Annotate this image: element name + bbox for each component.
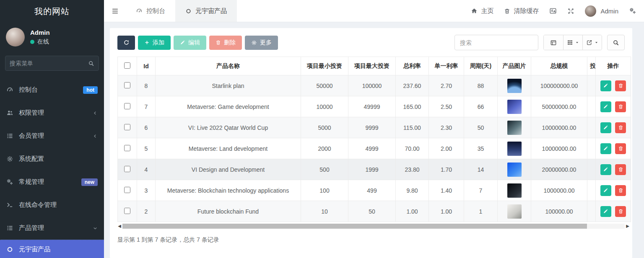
circle-icon [6, 246, 13, 253]
fullscreen-button[interactable] [567, 8, 574, 15]
header-min-invest[interactable]: 项目最小投资 [301, 57, 348, 75]
row-edit-button[interactable] [600, 185, 611, 196]
sidebar-toggle-button[interactable] [104, 0, 126, 22]
trash-icon [216, 40, 221, 45]
header-product-image[interactable]: 产品图片 [498, 57, 531, 75]
row-delete-button[interactable] [615, 164, 626, 175]
table-row: 5 Metaverse: Land development 2000 4999 … [118, 138, 631, 159]
cell-min-invest: 100 [301, 180, 348, 201]
export-button[interactable] [582, 35, 602, 50]
row-checkbox[interactable] [124, 187, 130, 193]
header-period[interactable]: 周期(天) [464, 57, 498, 75]
cell-period: 7 [464, 180, 498, 201]
settings-button[interactable] [629, 7, 636, 15]
home-link[interactable]: 主页 [471, 7, 493, 15]
row-checkbox[interactable] [124, 82, 130, 88]
product-image[interactable] [507, 204, 522, 219]
scroll-left-arrow[interactable]: ◀ [117, 223, 122, 229]
edit-button[interactable]: 编辑 [174, 36, 206, 50]
header-total-rate[interactable]: 总利率 [396, 57, 429, 75]
cell-total-rate: 1.00 [396, 201, 429, 222]
scrollbar-thumb[interactable] [122, 224, 587, 229]
list-icon [6, 224, 13, 232]
row-delete-button[interactable] [615, 143, 626, 154]
detail-view-button[interactable] [544, 35, 563, 50]
cell-max-invest: 9999 [348, 117, 396, 138]
chevron-down-icon [93, 226, 98, 231]
scrollbar-track[interactable] [122, 224, 625, 229]
table-row: 7 Metaverse: Game development 10000 4999… [118, 96, 631, 117]
sidebar-menu-item[interactable]: 常规管理 new [0, 170, 104, 194]
more-button[interactable]: 更多 [245, 36, 278, 50]
tab-dashboard[interactable]: 控制台 [126, 0, 175, 22]
table-search-input[interactable] [454, 35, 538, 50]
product-image[interactable] [507, 121, 522, 135]
row-checkbox[interactable] [124, 166, 130, 172]
row-checkbox[interactable] [124, 145, 130, 151]
export-icon [586, 39, 592, 46]
sidebar-menu-item[interactable]: 在线命令管理 [0, 194, 104, 217]
row-edit-button[interactable] [600, 80, 611, 91]
row-edit-button[interactable] [600, 122, 611, 133]
header-clipped-column[interactable]: 投 [587, 57, 596, 75]
row-checkbox[interactable] [124, 124, 130, 130]
row-delete-button[interactable] [615, 122, 626, 133]
row-checkbox[interactable] [124, 103, 130, 109]
row-edit-button[interactable] [600, 101, 611, 112]
trash-icon [618, 167, 623, 172]
cell-period: 88 [464, 75, 498, 96]
cell-max-invest: 4999 [348, 138, 396, 159]
header-product-name[interactable]: 产品名称 [156, 57, 301, 75]
chevron-left-icon [93, 134, 98, 139]
row-edit-button[interactable] [600, 143, 611, 154]
header-max-invest[interactable]: 项目最大投资 [348, 57, 396, 75]
language-icon [549, 7, 557, 15]
product-image[interactable] [507, 163, 522, 177]
sidebar-menu-item[interactable]: 控制台 hot [0, 78, 104, 101]
sidebar-menu-item[interactable]: 会员管理 [0, 124, 104, 147]
row-edit-button[interactable] [600, 164, 611, 175]
row-delete-button[interactable] [615, 101, 626, 112]
cell-min-invest: 50000 [301, 75, 348, 96]
sidebar-menu-item[interactable]: 系统配置 [0, 147, 104, 170]
sidebar-menu-item[interactable]: 权限管理 [0, 101, 104, 124]
row-delete-button[interactable] [615, 206, 626, 217]
cell-id: 3 [137, 180, 156, 201]
cell-total-rate: 165.00 [396, 96, 429, 117]
columns-button[interactable] [563, 35, 582, 50]
cell-id: 6 [137, 117, 156, 138]
user-panel: Admin 在线 [0, 23, 104, 51]
sidebar-menu: 控制台 hot 权限管理 会员管理 系统配置 常规管理 new 在线命令管理 产… [0, 77, 104, 258]
row-delete-button[interactable] [615, 185, 626, 196]
row-edit-button[interactable] [600, 206, 611, 217]
menu-search-input[interactable] [10, 60, 88, 67]
row-checkbox[interactable] [124, 208, 130, 214]
header-total-scale[interactable]: 总规模 [531, 57, 587, 75]
language-button[interactable] [549, 7, 557, 15]
product-image[interactable] [507, 100, 522, 114]
refresh-button[interactable] [117, 36, 135, 50]
topbar-user-menu[interactable]: Admin [585, 5, 618, 17]
clear-cache-link[interactable]: 清除缓存 [504, 7, 539, 15]
sidebar-menu-item[interactable]: 元宇宙产品 [0, 240, 104, 258]
hot-badge: hot [83, 86, 98, 94]
tab-metaverse-products[interactable]: 元宇宙产品 [175, 0, 237, 22]
product-image[interactable] [507, 142, 522, 156]
product-image[interactable] [507, 183, 522, 198]
header-id[interactable]: Id [137, 57, 156, 75]
row-delete-button[interactable] [615, 80, 626, 91]
cell-single-rate: 2.00 [429, 138, 464, 159]
cell-total-scale: 100000.00 [531, 201, 587, 222]
page-content: 添加 编辑 删除 更多 [104, 22, 644, 258]
delete-button[interactable]: 删除 [209, 36, 242, 50]
header-single-rate[interactable]: 单一利率 [429, 57, 464, 75]
user-avatar[interactable] [6, 28, 25, 46]
add-button[interactable]: 添加 [138, 36, 171, 50]
pencil-icon [603, 83, 608, 88]
cell-product-name: Starlink plan [156, 75, 301, 96]
scroll-right-arrow[interactable]: ▶ [626, 223, 630, 229]
search-toggle-button[interactable] [607, 35, 625, 50]
sidebar-menu-item[interactable]: 产品管理 [0, 217, 104, 240]
product-image[interactable] [507, 79, 522, 93]
select-all-checkbox[interactable] [124, 62, 130, 69]
